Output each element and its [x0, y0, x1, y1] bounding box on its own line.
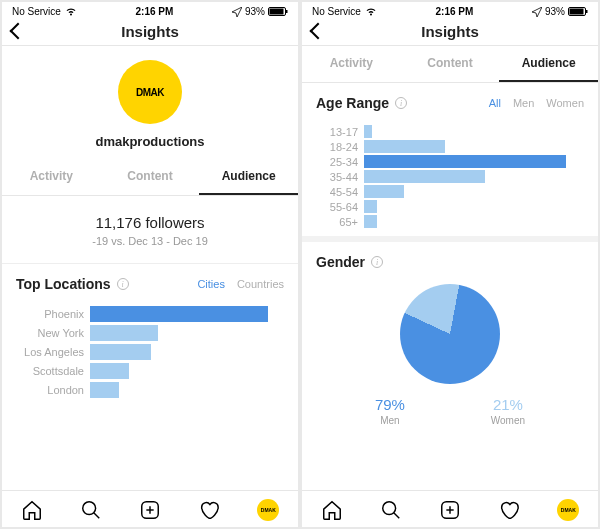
- status-bar: No Service 2:16 PM 93%: [2, 2, 298, 19]
- profile-icon[interactable]: DMAK: [257, 499, 279, 521]
- women-pct: 21%: [491, 396, 525, 413]
- bar-track: [364, 155, 584, 168]
- bar-track: [364, 125, 584, 138]
- bar-row: 25-34: [316, 155, 584, 168]
- gender-title: Gender: [316, 254, 365, 270]
- add-post-icon[interactable]: [139, 499, 161, 521]
- home-icon[interactable]: [321, 499, 343, 521]
- filter-women[interactable]: Women: [546, 97, 584, 109]
- filter-all[interactable]: All: [489, 97, 501, 109]
- bar-track: [90, 306, 284, 322]
- carrier-text: No Service: [12, 6, 61, 17]
- clock: 2:16 PM: [436, 6, 474, 17]
- tab-activity[interactable]: Activity: [2, 159, 101, 195]
- tab-content[interactable]: Content: [401, 46, 500, 82]
- add-post-icon[interactable]: [439, 499, 461, 521]
- filter-men[interactable]: Men: [513, 97, 534, 109]
- filter-cities[interactable]: Cities: [197, 278, 225, 290]
- svg-line-4: [94, 513, 100, 519]
- gender-section: Gender i: [302, 242, 598, 274]
- filter-countries[interactable]: Countries: [237, 278, 284, 290]
- activity-heart-icon[interactable]: [498, 499, 520, 521]
- bar-row: 35-44: [316, 170, 584, 183]
- location-icon: [232, 7, 242, 17]
- username: dmakproductions: [95, 134, 204, 149]
- insights-tabs: Activity Content Audience: [302, 46, 598, 83]
- bar-label: Phoenix: [16, 308, 90, 320]
- bar-label: New York: [16, 327, 90, 339]
- bar-row: 65+: [316, 215, 584, 228]
- bar-fill: [364, 200, 377, 213]
- bottom-nav: DMAK: [302, 490, 598, 527]
- gender-men: 79% Men: [375, 396, 405, 426]
- nav-bar: Insights: [302, 19, 598, 46]
- search-icon[interactable]: [80, 499, 102, 521]
- men-pct: 79%: [375, 396, 405, 413]
- bar-label: Scottsdale: [16, 365, 90, 377]
- top-locations-section: Top Locations i Cities Countries: [2, 264, 298, 296]
- bar-fill: [364, 140, 445, 153]
- followers-summary: 11,176 followers -19 vs. Dec 13 - Dec 19: [2, 196, 298, 264]
- bar-label: 45-54: [316, 186, 364, 198]
- bar-fill: [90, 344, 151, 360]
- tab-audience[interactable]: Audience: [499, 46, 598, 82]
- bar-label: 18-24: [316, 141, 364, 153]
- info-icon[interactable]: i: [371, 256, 383, 268]
- age-range-title: Age Range: [316, 95, 389, 111]
- men-label: Men: [375, 415, 405, 426]
- bar-track: [90, 382, 284, 398]
- bar-row: Scottsdale: [16, 363, 284, 379]
- bar-fill: [364, 155, 566, 168]
- bar-track: [90, 363, 284, 379]
- tab-audience[interactable]: Audience: [199, 159, 298, 195]
- profile-header: DMAK dmakproductions: [2, 46, 298, 159]
- top-locations-title: Top Locations: [16, 276, 111, 292]
- svg-line-12: [394, 513, 400, 519]
- search-icon[interactable]: [380, 499, 402, 521]
- gender-legend: 79% Men 21% Women: [302, 390, 598, 436]
- tab-content[interactable]: Content: [101, 159, 200, 195]
- bar-label: Los Angeles: [16, 346, 90, 358]
- svg-point-11: [383, 502, 396, 515]
- svg-point-3: [83, 502, 96, 515]
- battery-pct: 93%: [245, 6, 265, 17]
- bar-track: [364, 140, 584, 153]
- carrier-text: No Service: [312, 6, 361, 17]
- bar-track: [364, 200, 584, 213]
- bar-fill: [364, 170, 485, 183]
- tab-activity[interactable]: Activity: [302, 46, 401, 82]
- bar-label: London: [16, 384, 90, 396]
- bar-row: London: [16, 382, 284, 398]
- bar-label: 25-34: [316, 156, 364, 168]
- gender-pie-chart: [302, 274, 598, 390]
- bar-row: Los Angeles: [16, 344, 284, 360]
- wifi-icon: [65, 7, 77, 16]
- info-icon[interactable]: i: [117, 278, 129, 290]
- avatar[interactable]: DMAK: [118, 60, 182, 124]
- info-icon[interactable]: i: [395, 97, 407, 109]
- women-label: Women: [491, 415, 525, 426]
- wifi-icon: [365, 7, 377, 16]
- battery-pct: 93%: [545, 6, 565, 17]
- battery-icon: [268, 7, 288, 16]
- bar-row: 55-64: [316, 200, 584, 213]
- back-icon[interactable]: [10, 23, 27, 40]
- page-title: Insights: [302, 23, 598, 40]
- bar-fill: [364, 185, 404, 198]
- bar-track: [90, 344, 284, 360]
- location-icon: [532, 7, 542, 17]
- page-title: Insights: [2, 23, 298, 40]
- profile-icon[interactable]: DMAK: [557, 499, 579, 521]
- phone-left: No Service 2:16 PM 93% Insights DMAK dma…: [2, 2, 298, 527]
- home-icon[interactable]: [21, 499, 43, 521]
- svg-rect-2: [286, 10, 288, 13]
- activity-heart-icon[interactable]: [198, 499, 220, 521]
- bar-label: 65+: [316, 216, 364, 228]
- clock: 2:16 PM: [136, 6, 174, 17]
- bar-fill: [90, 325, 158, 341]
- bar-row: New York: [16, 325, 284, 341]
- back-icon[interactable]: [310, 23, 327, 40]
- bar-track: [90, 325, 284, 341]
- bottom-nav: DMAK: [2, 490, 298, 527]
- followers-delta: -19 vs. Dec 13 - Dec 19: [2, 235, 298, 247]
